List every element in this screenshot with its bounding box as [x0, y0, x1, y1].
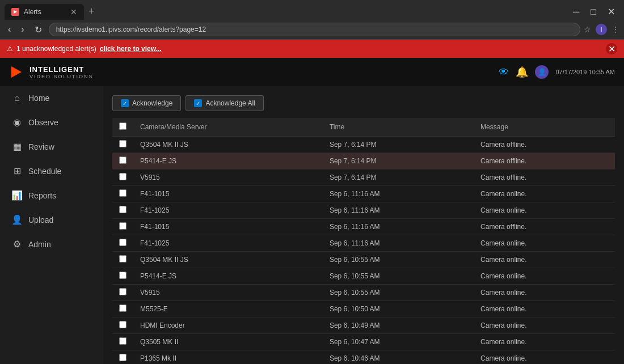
alert-link[interactable]: click here to view... — [100, 45, 162, 53]
table-row[interactable]: F41-1015 Sep 6, 11:16 AM Camera online. — [112, 186, 615, 202]
row-checkbox[interactable] — [119, 337, 127, 345]
acknowledge-button[interactable]: ✓ Acknowledge — [112, 95, 181, 111]
table-row[interactable]: P5414-E JS Sep 7, 6:14 PM Camera offline… — [112, 153, 615, 170]
row-message: Camera online. — [474, 318, 615, 334]
row-checkbox[interactable] — [119, 288, 127, 295]
row-checkbox-cell — [112, 252, 133, 268]
profile-icon[interactable]: I — [596, 24, 607, 35]
select-all-checkbox[interactable] — [119, 122, 127, 130]
row-checkbox[interactable] — [119, 354, 127, 361]
upload-icon: 👤 — [11, 214, 23, 225]
row-message: Camera online. — [474, 301, 615, 318]
table-row[interactable]: Q3504 MK II JS Sep 7, 6:14 PM Camera off… — [112, 137, 615, 153]
row-time: Sep 6, 10:46 AM — [323, 350, 474, 365]
sidebar-item-admin[interactable]: ⚙ Admin — [0, 232, 103, 256]
eye-icon[interactable]: 👁 — [499, 66, 509, 78]
sidebar-item-home[interactable]: ⌂ Home — [0, 86, 103, 110]
row-message: Camera offline. — [474, 219, 615, 235]
table-row[interactable]: P5414-E JS Sep 6, 10:55 AM Camera online… — [112, 268, 615, 285]
tab-favicon: ▶ — [11, 8, 19, 16]
row-time: Sep 7, 6:14 PM — [323, 170, 474, 186]
title-bar: ▶ Alerts ✕ + ─ □ ✕ — [0, 0, 624, 20]
bookmark-icon[interactable]: ☆ — [584, 25, 591, 34]
row-checkbox[interactable] — [119, 140, 127, 147]
close-tab-button[interactable]: ✕ — [70, 7, 77, 16]
forward-button[interactable]: › — [18, 23, 27, 36]
table-row[interactable]: Q3505 MK II Sep 6, 10:47 AM Camera onlin… — [112, 334, 615, 350]
window-controls: ─ □ ✕ — [568, 5, 619, 18]
row-time: Sep 6, 10:55 AM — [323, 268, 474, 285]
row-checkbox[interactable] — [119, 173, 127, 180]
url-input[interactable] — [49, 23, 580, 36]
logo: INTELLIGENT VIDEO SOLUTIONS — [9, 64, 94, 80]
row-checkbox[interactable] — [119, 272, 127, 279]
refresh-button[interactable]: ↻ — [31, 23, 45, 36]
maximize-button[interactable]: □ — [586, 6, 601, 18]
menu-icon[interactable]: ⋮ — [612, 25, 619, 34]
table-row[interactable]: F41-1015 Sep 6, 11:16 AM Camera offline. — [112, 219, 615, 235]
alert-banner: ⚠ 1 unacknowledged alert(s) click here t… — [0, 40, 624, 58]
observe-icon: ◉ — [11, 117, 23, 128]
row-checkbox[interactable] — [119, 189, 127, 197]
table-row[interactable]: F41-1025 Sep 6, 11:16 AM Camera online. — [112, 202, 615, 219]
sidebar: ⌂ Home ◉ Observe ▦ Review ⊞ Schedule 📊 R… — [0, 86, 103, 364]
row-checkbox[interactable] — [119, 239, 127, 246]
table-row[interactable]: M5525-E Sep 6, 10:50 AM Camera online. — [112, 301, 615, 318]
row-checkbox[interactable] — [119, 255, 127, 263]
acknowledge-all-label: Acknowledge All — [205, 99, 255, 107]
review-icon: ▦ — [11, 141, 23, 152]
tab-title: Alerts — [24, 8, 41, 16]
sidebar-item-schedule[interactable]: ⊞ Schedule — [0, 159, 103, 183]
row-message: Camera online. — [474, 285, 615, 301]
acknowledge-label: Acknowledge — [132, 99, 172, 107]
table-row[interactable]: Q3504 MK II JS Sep 6, 10:55 AM Camera on… — [112, 252, 615, 268]
close-button[interactable]: ✕ — [603, 5, 619, 18]
logo-icon — [9, 64, 25, 80]
close-alert-button[interactable]: ✕ — [606, 43, 617, 54]
row-checkbox-cell — [112, 137, 133, 153]
table-row[interactable]: V5915 Sep 6, 10:55 AM Camera online. — [112, 285, 615, 301]
svg-marker-0 — [11, 66, 22, 78]
acknowledge-all-button[interactable]: ✓ Acknowledge All — [185, 95, 263, 111]
new-tab-button[interactable]: + — [84, 3, 99, 20]
sidebar-label-admin: Admin — [28, 240, 51, 249]
row-camera: HDMI Encoder — [133, 318, 323, 334]
app-layout: ⌂ Home ◉ Observe ▦ Review ⊞ Schedule 📊 R… — [0, 86, 624, 364]
bell-icon[interactable]: 🔔 — [516, 66, 528, 78]
row-message: Camera online. — [474, 334, 615, 350]
row-camera: Q3505 MK II — [133, 334, 323, 350]
table-row[interactable]: HDMI Encoder Sep 6, 10:49 AM Camera onli… — [112, 318, 615, 334]
row-checkbox[interactable] — [119, 206, 127, 213]
brand-name: INTELLIGENT — [29, 65, 94, 74]
sidebar-label-reports: Reports — [28, 191, 56, 200]
minimize-button[interactable]: ─ — [568, 6, 584, 18]
row-time: Sep 6, 10:55 AM — [323, 285, 474, 301]
back-button[interactable]: ‹ — [5, 23, 14, 36]
warn-icon: ⚠ — [7, 45, 13, 53]
table-row[interactable]: F41-1025 Sep 6, 11:16 AM Camera online. — [112, 235, 615, 252]
browser-tab[interactable]: ▶ Alerts ✕ — [5, 4, 84, 20]
row-time: Sep 6, 10:49 AM — [323, 318, 474, 334]
sidebar-item-observe[interactable]: ◉ Observe — [0, 110, 103, 134]
sidebar-label-observe: Observe — [28, 118, 58, 127]
table-row[interactable]: V5915 Sep 7, 6:14 PM Camera offline. — [112, 170, 615, 186]
user-avatar[interactable]: 👤 — [535, 65, 549, 79]
row-camera: P5414-E JS — [133, 268, 323, 285]
sidebar-item-reports[interactable]: 📊 Reports — [0, 183, 103, 208]
main-content: ✓ Acknowledge ✓ Acknowledge All Camera/M… — [103, 86, 624, 364]
row-checkbox[interactable] — [119, 222, 127, 230]
app-header: INTELLIGENT VIDEO SOLUTIONS 👁 🔔 👤 07/17/… — [0, 58, 624, 86]
sidebar-item-upload[interactable]: 👤 Upload — [0, 208, 103, 232]
row-camera: F41-1025 — [133, 235, 323, 252]
row-message: Camera offline. — [474, 137, 615, 153]
col-header-check — [112, 118, 133, 137]
brand-sub: VIDEO SOLUTIONS — [29, 74, 94, 79]
row-checkbox[interactable] — [119, 304, 127, 312]
row-checkbox[interactable] — [119, 156, 127, 164]
row-message: Camera online. — [474, 268, 615, 285]
row-camera: F41-1025 — [133, 202, 323, 219]
sidebar-item-review[interactable]: ▦ Review — [0, 134, 103, 159]
sidebar-label-review: Review — [28, 142, 54, 151]
table-row[interactable]: P1365 Mk II Sep 6, 10:46 AM Camera onlin… — [112, 350, 615, 365]
row-checkbox[interactable] — [119, 321, 127, 328]
